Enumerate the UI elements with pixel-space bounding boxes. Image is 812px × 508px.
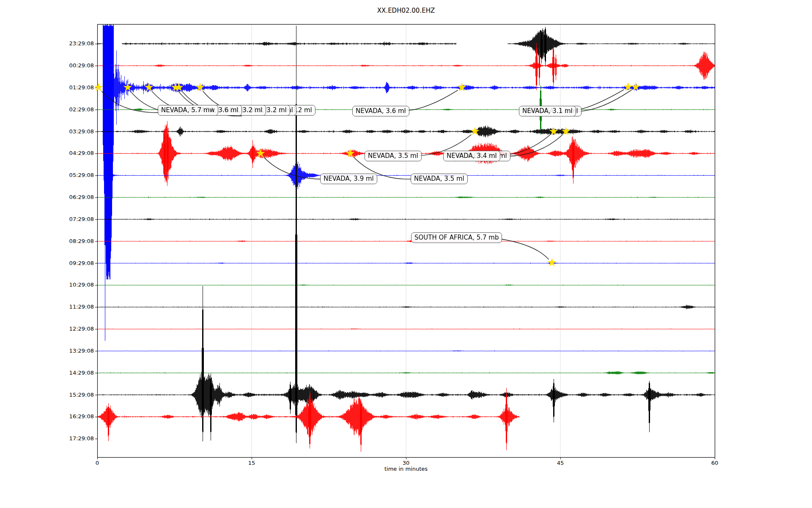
event-star-icon: ★	[144, 81, 154, 93]
event-star-icon: ★	[457, 81, 467, 93]
event-star-icon: ★	[345, 147, 355, 159]
seismogram-canvas	[0, 0, 812, 508]
event-label-box: SOUTH OF AFRICA, 5.7 mb	[411, 232, 502, 243]
event-star-icon: ★	[470, 125, 480, 137]
helicorder-figure: XX.EDH02.00.EHZ ★NEVADA, 5.7 mw★NEVADA, …	[0, 0, 812, 508]
event-star-icon: ★	[174, 81, 184, 93]
event-label-box: NEVADA, 3.5 ml	[411, 174, 468, 184]
event-star-icon: ★	[195, 81, 205, 93]
event-label-box: NEVADA, 3.9 ml	[320, 174, 377, 184]
event-star-icon: ★	[123, 81, 133, 93]
event-star-icon: ★	[631, 81, 641, 92]
event-label-box: NEVADA, 3.6 ml	[352, 106, 409, 116]
event-label-box: NEVADA, 5.7 mw	[158, 105, 218, 116]
event-label-box: NEVADA, 3.5 ml	[365, 151, 422, 161]
event-star-icon: ★	[561, 125, 571, 137]
event-label-box: NEVADA, 3.1 ml	[519, 106, 576, 116]
event-star-icon: ★	[93, 81, 104, 93]
event-label-box: NEVADA, 3.4 ml	[443, 151, 500, 161]
event-star-icon: ★	[549, 125, 559, 137]
event-star-icon: ★	[547, 257, 557, 268]
event-star-icon: ★	[255, 147, 266, 159]
